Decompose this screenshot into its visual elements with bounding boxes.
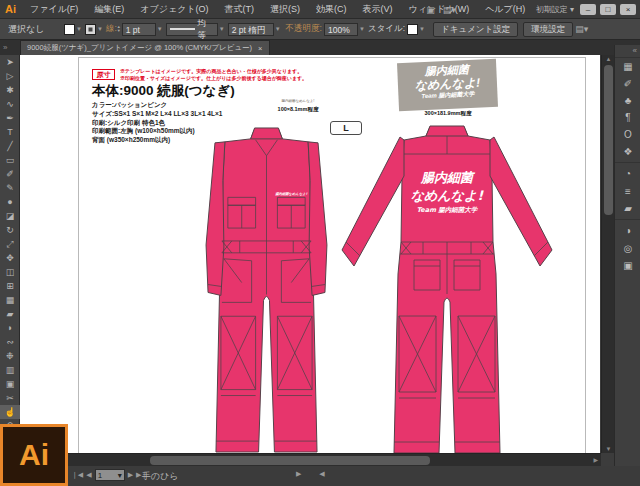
preferences-button[interactable]: 環境設定: [523, 22, 573, 37]
tool-symbol-sprayer[interactable]: ❉: [0, 349, 20, 363]
horizontal-scrollbar[interactable]: ◀ ▶: [20, 453, 601, 466]
chest-print: 腸内細菌なめんなよ!: [274, 192, 308, 196]
document-tab[interactable]: 9000続服(ツナギ)_プリントイメージ @ 100% (CMYK/プレビュー)…: [20, 40, 270, 55]
style-label: スタイル:: [368, 23, 405, 35]
app-icon[interactable]: Ai: [0, 3, 22, 15]
menu-item[interactable]: 選択(S): [262, 0, 308, 19]
tool-lasso[interactable]: ∿: [0, 97, 20, 111]
vertical-scrollbar[interactable]: ▲ ▼: [601, 55, 614, 453]
tool-type[interactable]: T: [0, 125, 20, 139]
tool-blob-brush[interactable]: ●: [0, 195, 20, 209]
menu-item[interactable]: オブジェクト(O): [132, 0, 216, 19]
panel-icon-appearance[interactable]: ◎: [615, 240, 640, 257]
status-splitter-icons[interactable]: ▶ ◀: [296, 470, 333, 478]
menubar-right: ▣ ▤▾ 初期設定 ▾ – □ ×: [424, 0, 636, 19]
status-bar: ❘◀ ◀ 1▾ ▶ ▶❘ 手のひら ▶ ◀: [0, 466, 640, 486]
back-left-sleeve: [342, 137, 404, 266]
tool-eraser[interactable]: ◪: [0, 209, 20, 223]
stroke-weight-stepper[interactable]: ▲▼: [117, 25, 121, 33]
tab-bar: » 9000続服(ツナギ)_プリントイメージ @ 100% (CMYK/プレビュ…: [0, 40, 640, 55]
tool-width[interactable]: ✥: [0, 251, 20, 265]
tool-artboard[interactable]: ▣: [0, 377, 20, 391]
fill-swatch[interactable]: [64, 24, 75, 35]
panel-icon-pathfinder[interactable]: ◔: [615, 162, 640, 183]
document-setup-button[interactable]: ドキュメント設定: [433, 22, 518, 37]
menu-item[interactable]: ファイル(F): [22, 0, 86, 19]
layout-switcher-icon[interactable]: ▤▾: [441, 5, 458, 15]
stroke-panel-link[interactable]: 線:: [106, 23, 117, 35]
stroke-style-select[interactable]: 均等: [166, 23, 218, 36]
back-logo-caption: 300×181.9mm程度: [407, 110, 489, 117]
menu-item[interactable]: 編集(E): [86, 0, 132, 19]
panel-icon-transparency[interactable]: ◑: [615, 219, 640, 240]
tool-mesh[interactable]: ▦: [0, 293, 20, 307]
canvas[interactable]: 原寸 ※テンプレートはイメージです。実際の商品と色合い・仕様が多少異なります。 …: [20, 55, 600, 453]
menu-item[interactable]: 効果(C): [308, 0, 355, 19]
tool-magic-wand[interactable]: ✱: [0, 83, 20, 97]
stroke-weight-field[interactable]: 1 pt: [122, 23, 156, 36]
dock-expand-icon[interactable]: «: [615, 45, 640, 58]
first-artboard-icon[interactable]: ❘◀: [72, 471, 83, 479]
opacity-panel-link[interactable]: 不透明度:: [286, 23, 322, 35]
tool-eyedropper[interactable]: ◗: [0, 321, 20, 335]
tool-direct-selection[interactable]: ▷: [0, 69, 20, 83]
panel-icon-color-guide[interactable]: ❖: [615, 143, 640, 160]
style-swatch[interactable]: [407, 24, 418, 35]
tool-slice[interactable]: ✂: [0, 391, 20, 405]
chest-logo-caption: 100×8.1mm程度: [268, 106, 328, 113]
panel-icon-gradient[interactable]: ▰: [615, 200, 640, 217]
menu-item[interactable]: 表示(V): [355, 0, 401, 19]
maximize-button[interactable]: □: [600, 4, 616, 15]
bridge-icon[interactable]: ▣: [424, 5, 437, 15]
tool-gradient[interactable]: ▰: [0, 307, 20, 321]
tool-column-graph[interactable]: ▥: [0, 363, 20, 377]
panel-icon-paragraph[interactable]: ¶: [615, 109, 640, 126]
stroke-swatch[interactable]: [85, 24, 96, 35]
product-title: 本体:9000 続服(つなぎ): [92, 82, 235, 100]
tool-perspective-grid[interactable]: ⊞: [0, 279, 20, 293]
menu-item[interactable]: 書式(T): [217, 0, 263, 19]
workspace-switcher[interactable]: 初期設定 ▾: [536, 4, 576, 15]
line-sample: [170, 28, 195, 30]
spec-line: カラー:パッションピンク: [92, 101, 222, 110]
chest-logo-sample: 腸内細菌なめんなよ!: [268, 99, 328, 103]
spec-line: 印刷範囲:左胸 (w100×h50mm以内): [92, 127, 222, 136]
minimize-button[interactable]: –: [580, 4, 596, 15]
control-bar: 選択なし ▼ ▼ 線: ▲▼ 1 pt▼ 均等▼ 2 pt 楕円▼ 不透明度: …: [0, 19, 640, 40]
opacity-field[interactable]: 100%: [324, 23, 358, 36]
tab-scroll-icon[interactable]: »: [3, 43, 7, 52]
tool-blend[interactable]: ∾: [0, 335, 20, 349]
tool-pencil[interactable]: ✎: [0, 181, 20, 195]
tool-scale[interactable]: ⤢: [0, 237, 20, 251]
panel-icon-brushes[interactable]: ✐: [615, 75, 640, 92]
tool-paintbrush[interactable]: ✐: [0, 167, 20, 181]
scale-chip: 原寸: [92, 69, 115, 80]
panel-dock: « ▦✐♣¶O❖◔≡▰◑◎▣: [614, 45, 640, 486]
spec-line: 背面 (w350×h250mm以内): [92, 136, 222, 145]
spec-line: サイズ:SS×1 S×1 M×2 L×4 LL×3 3L×1 4L×1: [92, 110, 222, 119]
tool-hand[interactable]: ☝: [0, 405, 20, 419]
tool-rotate[interactable]: ↻: [0, 223, 20, 237]
back-collar: [426, 126, 468, 136]
tool-pen[interactable]: ✒: [0, 111, 20, 125]
panel-icon-stroke[interactable]: ≡: [615, 183, 640, 200]
tab-close-icon[interactable]: ×: [258, 44, 262, 53]
panel-icon-swatches[interactable]: ▦: [615, 58, 640, 75]
front-left-sleeve: [206, 142, 225, 296]
panel-icon-graphic-styles[interactable]: ▣: [615, 257, 640, 274]
disclaimer-text: ※テンプレートはイメージです。実際の商品と色合い・仕様が多少異なります。 ※印刷…: [120, 68, 350, 81]
current-tool-status: 手のひら: [120, 470, 200, 483]
dock-icon-list: ▦✐♣¶O❖◔≡▰◑◎▣: [615, 58, 640, 274]
close-button[interactable]: ×: [620, 4, 636, 15]
tool-selection[interactable]: ➤: [0, 55, 20, 69]
control-panel-menu-icon[interactable]: ▤▾: [573, 24, 590, 34]
panel-icon-opentype[interactable]: O: [615, 126, 640, 143]
panel-icon-symbols[interactable]: ♣: [615, 92, 640, 109]
brush-select[interactable]: 2 pt 楕円: [228, 23, 274, 36]
horizontal-scroll-thumb[interactable]: [150, 456, 430, 465]
prev-artboard-icon[interactable]: ◀: [86, 471, 91, 479]
tool-line-segment[interactable]: ╱: [0, 139, 20, 153]
tool-shape-builder[interactable]: ◫: [0, 265, 20, 279]
tool-rectangle[interactable]: ▭: [0, 153, 20, 167]
vertical-scroll-thumb[interactable]: [604, 65, 613, 215]
